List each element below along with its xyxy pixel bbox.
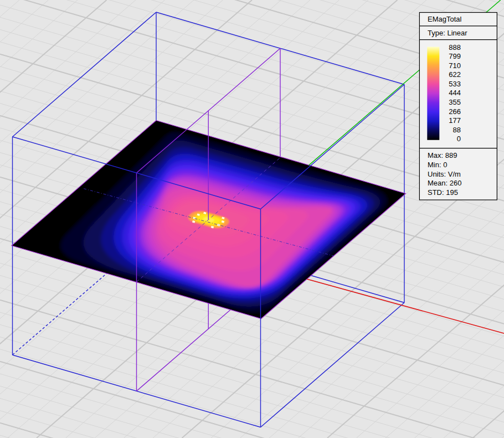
svg-text:533: 533 [449,80,461,88]
svg-text:EMagTotal: EMagTotal [428,15,462,23]
svg-text:88: 88 [453,126,461,134]
svg-text:444: 444 [449,89,461,97]
svg-text:Mean: 260: Mean: 260 [428,179,461,187]
svg-text:Min: 0: Min: 0 [428,161,447,169]
svg-text:Type: Linear: Type: Linear [428,29,467,37]
svg-text:622: 622 [449,70,461,79]
svg-text:266: 266 [449,107,461,116]
svg-text:888: 888 [449,43,461,51]
svg-text:799: 799 [449,52,461,60]
svg-text:Max: 889: Max: 889 [428,151,457,159]
svg-text:710: 710 [449,61,461,70]
svg-text:177: 177 [449,116,461,125]
svg-text:0: 0 [457,135,461,143]
svg-text:STD: 195: STD: 195 [428,188,458,197]
svg-text:Units: V/m: Units: V/m [428,170,461,178]
svg-text:355: 355 [449,98,461,106]
